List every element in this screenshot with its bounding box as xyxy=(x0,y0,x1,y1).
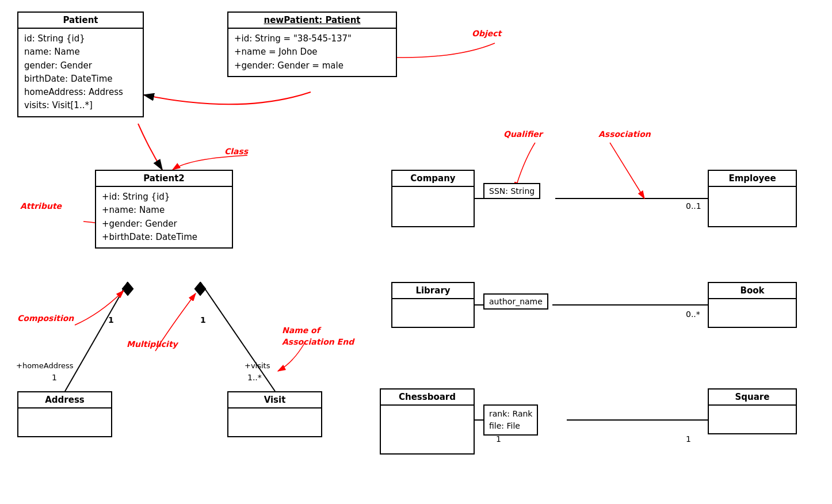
multiplicity-label: Multiplicity xyxy=(127,339,178,349)
book-box: Book xyxy=(708,282,797,328)
address-header: Address xyxy=(18,392,111,408)
mult-chess-left: 1 xyxy=(496,434,501,444)
employee-header: Employee xyxy=(709,171,796,187)
patient-body: id: String {id} name: Name gender: Gende… xyxy=(18,29,143,116)
visit-header: Visit xyxy=(228,392,321,408)
chessboard-header: Chessboard xyxy=(381,390,474,406)
svg-marker-5 xyxy=(194,282,206,296)
book-body xyxy=(709,299,796,306)
svg-marker-3 xyxy=(122,282,133,296)
newpatient-box: newPatient: Patient +id: String = "38-54… xyxy=(227,12,397,77)
book-header: Book xyxy=(709,283,796,299)
homeaddress-label: +homeAddress xyxy=(16,361,74,370)
svg-line-4 xyxy=(65,282,128,391)
library-body xyxy=(392,299,474,306)
qualifier-label: Qualifier xyxy=(503,129,543,139)
patient-header: Patient xyxy=(18,13,143,29)
company-header: Company xyxy=(392,171,474,187)
ssn-qualifier: SSN: String xyxy=(483,183,540,199)
newpatient-header: newPatient: Patient xyxy=(228,13,396,29)
newpatient-body: +id: String = "38-545-137" +name = John … xyxy=(228,29,396,76)
chess-qualifier: rank: Rankfile: File xyxy=(483,404,538,436)
library-header: Library xyxy=(392,283,474,299)
chessboard-box: Chessboard xyxy=(380,388,475,455)
diagram-canvas: Patient id: String {id} name: Name gende… xyxy=(0,0,832,504)
mult-company-right: 0..1 xyxy=(686,201,701,211)
patient2-box: Patient2 +id: String {id} +name: Name +g… xyxy=(95,170,233,249)
mult-visit-top: 1..* xyxy=(247,373,262,382)
visit-body xyxy=(228,408,321,415)
attribute-label: Attribute xyxy=(20,201,62,211)
association-label: Association xyxy=(598,129,651,139)
employee-body xyxy=(709,187,796,194)
company-body xyxy=(392,187,474,194)
chessboard-body xyxy=(381,406,474,413)
author-name-qualifier: author_name xyxy=(483,293,548,310)
mult-address-top: 1 xyxy=(52,373,57,382)
company-box: Company xyxy=(391,170,475,227)
svg-line-6 xyxy=(200,282,275,391)
square-body xyxy=(709,406,796,413)
mult-patient2-left-top: 1 xyxy=(108,315,114,324)
class-label: Class xyxy=(224,147,248,156)
object-label: Object xyxy=(472,29,501,38)
visit-box: Visit xyxy=(227,391,322,437)
mult-chess-right: 1 xyxy=(686,434,691,444)
library-box: Library xyxy=(391,282,475,328)
employee-box: Employee xyxy=(708,170,797,227)
address-box: Address xyxy=(17,391,112,437)
square-box: Square xyxy=(708,388,797,434)
mult-patient2-right-top: 1 xyxy=(200,315,206,324)
address-body xyxy=(18,408,111,415)
patient2-header: Patient2 xyxy=(96,171,232,187)
square-header: Square xyxy=(709,390,796,406)
patient-box: Patient id: String {id} name: Name gende… xyxy=(17,12,144,117)
patient2-body: +id: String {id} +name: Name +gender: Ge… xyxy=(96,187,232,247)
mult-library-right: 0..* xyxy=(686,310,700,319)
visits-label: +visits xyxy=(245,361,270,370)
composition-label: Composition xyxy=(17,314,74,323)
name-assoc-end-label: Name ofAssociation End xyxy=(282,325,354,348)
